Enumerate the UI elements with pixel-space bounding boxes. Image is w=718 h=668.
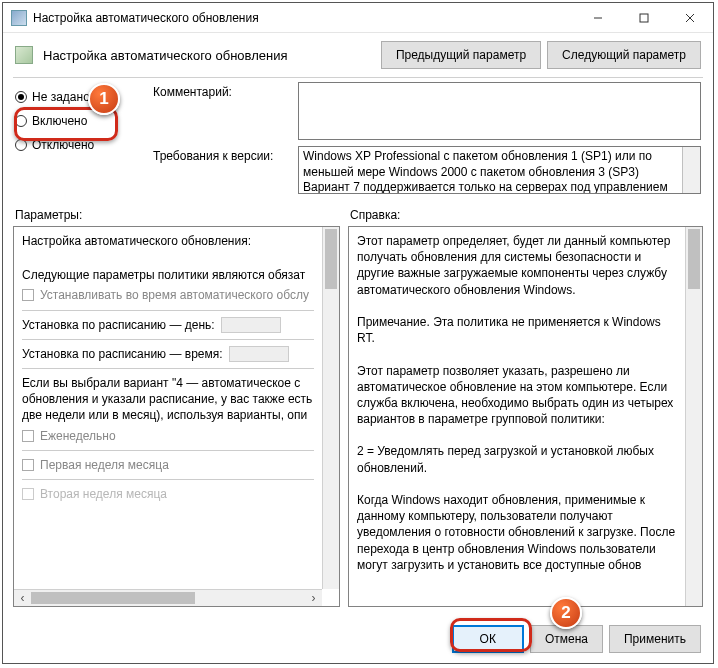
help-label: Справка: — [350, 208, 400, 222]
options-vertical-scrollbar[interactable] — [322, 227, 339, 589]
option-label: Еженедельно — [40, 428, 116, 444]
dialog-footer: ОК Отмена Применить — [3, 615, 713, 663]
radio-dot-icon — [15, 91, 27, 103]
options-panel: Настройка автоматического обновления: Сл… — [13, 226, 340, 607]
radio-disabled[interactable]: Отключено — [15, 138, 135, 152]
next-setting-button[interactable]: Следующий параметр — [547, 41, 701, 69]
option-label: Первая неделя месяца — [40, 457, 169, 473]
policy-title: Настройка автоматического обновления — [43, 48, 371, 63]
option-label: Установка по расписанию — день: — [22, 317, 215, 333]
radio-label: Не задано — [32, 90, 90, 104]
minimize-button[interactable] — [575, 3, 621, 33]
radio-label: Отключено — [32, 138, 94, 152]
policy-header: Настройка автоматического обновления Пре… — [3, 33, 713, 77]
requirements-text: Windows XP Professional с пакетом обновл… — [303, 149, 668, 194]
panel-headers: Параметры: Справка: — [3, 202, 713, 224]
option-label: Установка по расписанию — время: — [22, 346, 223, 362]
checkbox-icon — [22, 488, 34, 500]
parameters-label: Параметры: — [15, 208, 350, 222]
ok-button[interactable]: ОК — [452, 625, 524, 653]
schedule-time-field[interactable] — [229, 346, 289, 362]
maximize-button[interactable] — [621, 3, 667, 33]
window-icon — [11, 10, 27, 26]
radio-dot-icon — [15, 115, 27, 127]
options-title: Настройка автоматического обновления: — [22, 233, 314, 249]
annotation-badge-2: 2 — [550, 597, 582, 629]
requirements-label: Требования к версии: — [153, 146, 288, 194]
help-vertical-scrollbar[interactable] — [685, 227, 702, 606]
option-install-maintenance[interactable]: Устанавливать во время автоматического о… — [22, 287, 314, 303]
policy-icon — [15, 46, 33, 64]
comment-label: Комментарий: — [153, 82, 288, 140]
cancel-button[interactable]: Отмена — [530, 625, 603, 653]
option-second-week[interactable]: Вторая неделя месяца — [22, 486, 314, 502]
help-text: Этот параметр определяет, будет ли данны… — [357, 233, 677, 573]
svg-rect-1 — [640, 14, 648, 22]
checkbox-icon — [22, 459, 34, 471]
options-horizontal-scrollbar[interactable]: ‹ › — [14, 589, 322, 606]
window-title: Настройка автоматического обновления — [33, 11, 575, 25]
scroll-left-icon: ‹ — [14, 590, 31, 607]
radio-label: Включено — [32, 114, 87, 128]
close-button[interactable] — [667, 3, 713, 33]
checkbox-icon — [22, 430, 34, 442]
scroll-right-icon: › — [305, 590, 322, 607]
options-content: Настройка автоматического обновления: Сл… — [14, 227, 322, 589]
requirements-box[interactable]: Windows XP Professional с пакетом обновл… — [298, 146, 701, 194]
radio-enabled[interactable]: Включено — [15, 114, 135, 128]
help-panel: Этот параметр определяет, будет ли данны… — [348, 226, 703, 607]
apply-button[interactable]: Применить — [609, 625, 701, 653]
comment-textarea[interactable] — [298, 82, 701, 140]
window-controls — [575, 3, 713, 33]
panels-row: Настройка автоматического обновления: Сл… — [3, 224, 713, 615]
option-schedule-day: Установка по расписанию — день: — [22, 317, 314, 333]
options-mandatory-note: Следующие параметры политики являются об… — [22, 267, 314, 283]
option-first-week[interactable]: Первая неделя месяца — [22, 457, 314, 473]
radio-dot-icon — [15, 139, 27, 151]
titlebar: Настройка автоматического обновления — [3, 3, 713, 33]
option-variant-note: Если вы выбрали вариант "4 — автоматичес… — [22, 375, 314, 424]
help-content: Этот параметр определяет, будет ли данны… — [349, 227, 685, 606]
schedule-day-field[interactable] — [221, 317, 281, 333]
option-weekly[interactable]: Еженедельно — [22, 428, 314, 444]
checkbox-icon — [22, 289, 34, 301]
option-schedule-time: Установка по расписанию — время: — [22, 346, 314, 362]
option-label: Вторая неделя месяца — [40, 486, 167, 502]
annotation-badge-1: 1 — [88, 83, 120, 115]
option-label: Устанавливать во время автоматического о… — [40, 287, 309, 303]
prev-setting-button[interactable]: Предыдущий параметр — [381, 41, 541, 69]
